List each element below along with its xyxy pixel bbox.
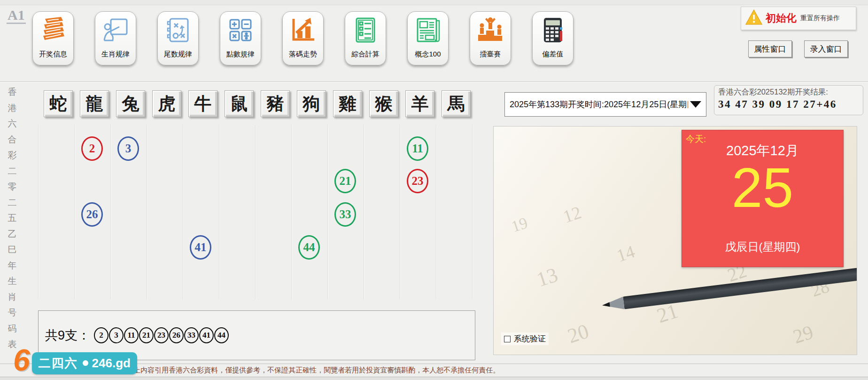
toolbar-button-zodiac-rules[interactable]: 生肖规律 (95, 11, 136, 65)
app-logo: A1 (7, 8, 26, 24)
toolbar-label: 點數規律 (226, 50, 255, 59)
toolbar-button-point-rules[interactable]: 點數規律 (220, 11, 261, 65)
bar-chart-arrow-icon (288, 12, 318, 47)
toolbar-button-composite-calc[interactable]: 綜合計算 (345, 11, 386, 65)
summary-ball: 11 (124, 327, 139, 343)
summary-ball: 41 (199, 327, 214, 343)
draw-result-title: 香港六合彩2025132期开奖结果: (718, 87, 859, 97)
grid-column-line (400, 125, 400, 300)
toolbar-button-arena[interactable]: 擂臺賽 (470, 11, 511, 65)
calendar-faint-number: 13 (534, 262, 561, 292)
disclaimer-text: ※ 以上内容引用香港六合彩資料，僅提供參考，不保證其正確性，閱覽者若用於投資宜審… (117, 366, 500, 375)
grid-column-line (255, 125, 256, 300)
vertical-title-char: 号 (7, 307, 18, 319)
toolbar-button-concept-100[interactable]: 概念100 (407, 11, 449, 65)
window-bottom-edge (0, 377, 868, 380)
zodiac-button[interactable]: 牛 (188, 90, 217, 117)
summary-ball: 44 (214, 327, 229, 343)
toolbar-label: 綜合計算 (351, 50, 380, 59)
zodiac-button[interactable]: 兔 (116, 90, 145, 117)
zodiac-button[interactable]: 豬 (261, 90, 290, 117)
grid-column-line (38, 125, 39, 300)
toolbar-button-draw-info[interactable]: 开奖信息 (32, 11, 74, 65)
period-dropdown-value: 2025年第133期开奖时间:2025年12月25日(星期四 (510, 99, 688, 110)
summary-count-label: 共9支： (45, 327, 90, 344)
summary-ball: 3 (109, 327, 124, 343)
watermark-six-logo: 6 (13, 347, 30, 374)
grid-column-line (110, 125, 111, 300)
zodiac-button[interactable]: 狗 (297, 90, 326, 117)
zodiac-button[interactable]: 龍 (80, 90, 109, 117)
summary-ball: 26 (169, 327, 184, 343)
strategy-notebook-icon (163, 12, 193, 47)
grid-column-line (183, 125, 183, 300)
number-ball[interactable]: 41 (190, 235, 211, 260)
zodiac-button[interactable]: 虎 (152, 90, 181, 117)
number-ball[interactable]: 33 (334, 202, 356, 227)
window-top-strip (0, 0, 868, 5)
calculator-icon (538, 12, 568, 47)
calendar-faint-number: 19 (509, 214, 530, 236)
zodiac-button[interactable]: 馬 (442, 90, 471, 117)
vertical-title-char: 肖 (7, 291, 18, 303)
vertical-title-char: 五 (7, 212, 18, 224)
calendar-panel: 19121314202121222829 今天: 2025年12月 25 戊辰日… (493, 126, 857, 355)
number-ball[interactable]: 3 (117, 136, 139, 161)
vertical-title-char: 年 (7, 260, 18, 272)
today-date-card: 今天: 2025年12月 25 戊辰日(星期四) (682, 130, 844, 267)
watermark: 6 二四六 246.gd (13, 347, 137, 374)
summary-ball-list: 2311212326334144 (94, 327, 229, 343)
watermark-domain: 246.gd (92, 356, 131, 371)
vertical-title-char: 香 (7, 86, 18, 98)
calendar-faint-number: 12 (560, 202, 584, 227)
date-card-day: 25 (682, 155, 843, 222)
toolbar-label: 生肖规律 (101, 50, 130, 59)
vertical-title-char: 零 (7, 181, 18, 193)
grid-column-line (219, 125, 219, 300)
chevron-down-icon (690, 101, 701, 108)
watermark-dot-icon (83, 360, 88, 366)
toolbar-label: 偏差值 (542, 50, 564, 59)
toolbar-label: 开奖信息 (39, 50, 67, 59)
toolbar-label: 落碼走勢 (289, 50, 317, 59)
vertical-title-char: 彩 (7, 149, 18, 161)
period-dropdown[interactable]: 2025年第133期开奖时间:2025年12月25日(星期四 (504, 92, 706, 117)
properties-window-button[interactable]: 属性窗口 (748, 40, 792, 57)
toolbar-button-deviation[interactable]: 偏差值 (532, 11, 574, 65)
number-ball[interactable]: 44 (298, 235, 320, 260)
number-ball[interactable]: 21 (334, 169, 356, 193)
draw-result-box: 香港六合彩2025132期开奖结果: 34 47 39 09 17 27+46 (714, 85, 863, 115)
zodiac-button[interactable]: 猴 (369, 90, 398, 117)
toolbar-label: 尾数规律 (164, 50, 192, 59)
zodiac-button[interactable]: 羊 (405, 90, 434, 117)
summary-ball: 21 (139, 327, 154, 343)
podium-winners-icon (475, 12, 505, 47)
number-ball[interactable]: 26 (81, 202, 103, 227)
grid-column-line (472, 125, 473, 300)
vertical-title-char: 合 (7, 134, 18, 146)
vertical-title-char: 港 (7, 102, 18, 114)
system-verify-checkbox-row[interactable]: 系统验证 (501, 332, 549, 345)
toolbar-button-tail-rules[interactable]: 尾数规律 (157, 11, 199, 65)
checklist-icon (350, 12, 380, 47)
grid-column-line (436, 125, 436, 300)
number-ball[interactable]: 2 (81, 136, 103, 161)
vertical-title-char: 生 (7, 275, 18, 287)
number-ball[interactable]: 23 (407, 169, 428, 193)
date-card-day-info: 戊辰日(星期四) (682, 239, 843, 254)
zodiac-button[interactable]: 雞 (333, 90, 362, 117)
watermark-site-name: 二四六 (39, 355, 78, 372)
grid-column-line (364, 125, 364, 300)
calendar-faint-number: 29 (790, 321, 816, 348)
entry-window-button[interactable]: 录入窗口 (804, 40, 848, 57)
zodiac-button[interactable]: 鼠 (225, 90, 254, 117)
teacher-board-icon (101, 12, 131, 47)
number-ball[interactable]: 11 (407, 136, 428, 161)
grid-column-line (327, 125, 328, 300)
zodiac-button[interactable]: 蛇 (44, 90, 73, 117)
vertical-title-char: 巳 (7, 244, 18, 256)
warning-icon (745, 9, 763, 28)
checkbox-icon[interactable] (504, 336, 511, 342)
initialize-button[interactable]: 初始化 重置所有操作 (741, 7, 856, 30)
toolbar-button-trend[interactable]: 落碼走勢 (282, 11, 324, 65)
